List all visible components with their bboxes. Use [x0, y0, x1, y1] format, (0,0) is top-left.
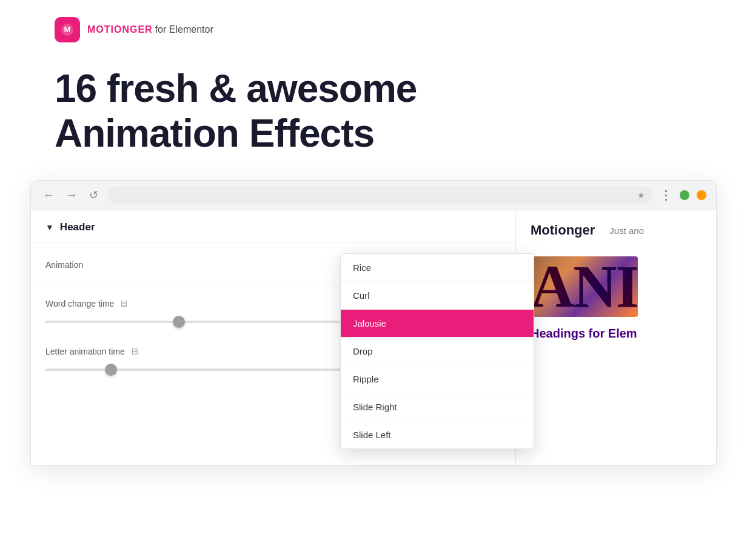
dropdown-item-slide-left[interactable]: Slide Left [341, 421, 534, 448]
star-icon: ★ [637, 190, 645, 200]
logo-icon: M [55, 17, 80, 42]
word-change-label: Word change time 🖥 [45, 298, 167, 308]
dropdown-item-drop[interactable]: Drop [341, 338, 534, 365]
animation-label: Animation [45, 260, 167, 270]
svg-text:M: M [64, 25, 71, 34]
hero-title: 16 fresh & awesome Animation Effects [55, 67, 692, 156]
back-button[interactable]: ← [41, 188, 56, 203]
letter-animation-slider-thumb[interactable] [105, 364, 117, 376]
dropdown-item-rice[interactable]: Rice [341, 254, 534, 282]
monitor-icon-1: 🖥 [119, 298, 128, 308]
preview-panel: Motionger Just ano ANI Headings for Elem [516, 210, 716, 465]
preview-nav-item: Just ano [609, 225, 644, 236]
dropdown-item-curl[interactable]: Curl [341, 282, 534, 310]
section-title: Header [60, 221, 95, 233]
browser-mockup: ← → ↺ ★ ⋮ ▼ Header Animation R [30, 180, 717, 465]
status-dot-green [680, 190, 689, 200]
dropdown-item-slide-right[interactable]: Slide Right [341, 393, 534, 421]
hero-title-line2: Animation Effects [55, 112, 692, 156]
logo-subtitle: for Elementor [155, 24, 213, 35]
dropdown-item-jalousie[interactable]: Jalousie [341, 310, 534, 338]
word-change-slider-thumb[interactable] [173, 316, 185, 328]
logo-text: MOTIONGERfor Elementor [87, 24, 213, 35]
top-header: M MOTIONGERfor Elementor [0, 0, 747, 55]
refresh-button[interactable]: ↺ [87, 187, 101, 203]
text-image-overlay [531, 256, 638, 317]
browser-toolbar: ← → ↺ ★ ⋮ [31, 181, 716, 210]
preview-nav-brand: Motionger [531, 222, 595, 238]
hero-section: 16 fresh & awesome Animation Effects [0, 55, 747, 180]
address-bar[interactable]: ★ [108, 187, 652, 204]
preview-big-text: ANI [531, 256, 702, 317]
status-dot-yellow [697, 190, 706, 200]
forward-button[interactable]: → [64, 188, 79, 203]
monitor-icon-2: 🖥 [130, 346, 139, 356]
anim-text: ANI [531, 256, 638, 317]
panel-section-header: ▼ Header [31, 210, 515, 242]
animation-dropdown-menu: Rice Curl Jalousie Drop Ripple Slide Rig… [340, 253, 534, 449]
logo-brand: MOTIONGER [87, 24, 153, 35]
section-toggle-arrow[interactable]: ▼ [45, 222, 54, 232]
hero-title-line1: 16 fresh & awesome [55, 67, 692, 112]
word-change-slider-fill [45, 321, 182, 323]
browser-menu-icon[interactable]: ⋮ [660, 188, 672, 202]
letter-animation-slider-fill [45, 368, 114, 371]
preview-nav: Motionger Just ano [531, 222, 702, 238]
dropdown-item-ripple[interactable]: Ripple [341, 365, 534, 393]
preview-subtitle: Headings for Elem [531, 327, 702, 341]
letter-animation-label: Letter animation time 🖥 [45, 346, 167, 356]
